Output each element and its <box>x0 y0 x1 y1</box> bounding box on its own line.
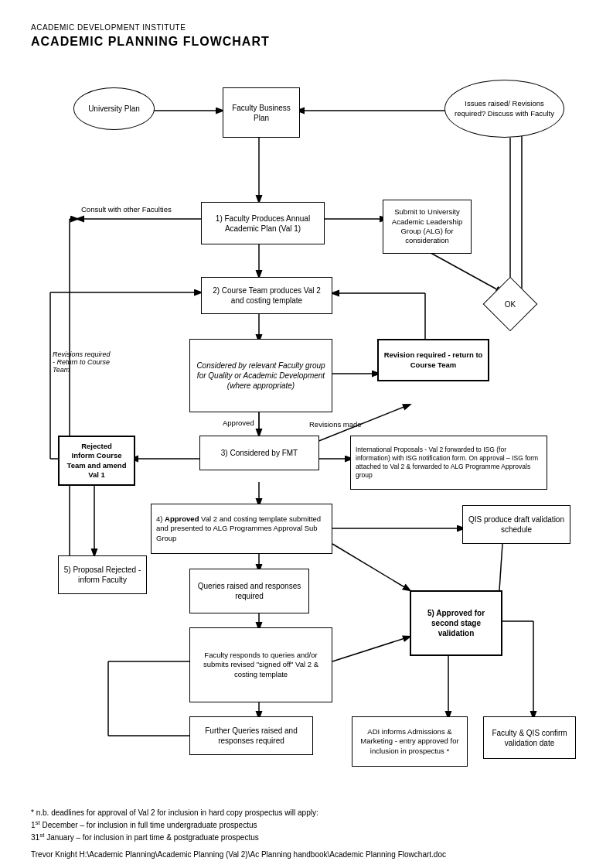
queries-raised: Queries raised and responses required <box>189 569 309 613</box>
revisions-return-label: Revisions required - Return to Course Te… <box>53 350 114 374</box>
svg-line-28 <box>332 544 410 590</box>
approved-label: Approved <box>223 419 254 427</box>
faculty-business-plan: Faculty Business Plan <box>223 87 300 138</box>
university-plan: University Plan <box>73 87 155 130</box>
org-name: ACADEMIC DEVELOPMENT INSTITUTE <box>31 23 582 32</box>
svg-line-30 <box>332 637 410 661</box>
revision-required: Revision required - return to Course Tea… <box>377 339 489 381</box>
faculty-responds: Faculty responds to queries and/or submi… <box>189 627 332 702</box>
page-title: ACADEMIC PLANNING FLOWCHART <box>31 35 582 49</box>
approved-second: 5) Approved for second stage validation <box>410 590 502 656</box>
faculty-produces: 1) Faculty Produces Annual Academic Plan… <box>201 202 325 244</box>
ok-diamond: OK <box>491 285 530 323</box>
considered-fmt: 3) Considered by FMT <box>199 436 319 470</box>
footer-path: Trevor Knight H:\Academic Planning\Acade… <box>31 850 582 859</box>
faculty-qis: Faculty & QIS confirm validation date <box>483 716 576 759</box>
issues-raised: Issues raised/ Revisions required? Discu… <box>444 80 564 138</box>
international-proposals: International Proposals - Val 2 forwarde… <box>350 436 547 490</box>
further-queries: Further Queries raised and responses req… <box>189 716 313 755</box>
revisions-made-label: Revisions made <box>309 420 362 429</box>
considered-faculty: Considered by relevant Faculty group for… <box>189 339 332 412</box>
proposal-rejected: 5) Proposal Rejected - inform Faculty <box>58 555 147 594</box>
course-team: 2) Course Team produces Val 2 and costin… <box>201 277 332 314</box>
submit-university: Submit to University Academic Leadership… <box>383 200 472 254</box>
approved-val2-text: 4) Approved Val 2 and costing template s… <box>156 514 327 543</box>
adi-informs: ADI informs Admissions & Marketing - ent… <box>352 716 468 767</box>
approved-val2: 4) Approved Val 2 and costing template s… <box>151 504 332 554</box>
consult-label: Consult with other Faculties <box>81 205 172 214</box>
qis-produce: QIS produce draft validation schedule <box>462 505 570 544</box>
flowchart-container: University Plan Faculty Business Plan Is… <box>31 64 582 791</box>
rejected-box: Rejected Inform Course Team and amend Va… <box>58 436 135 486</box>
footer-notes: * n.b. deadlines for approval of Val 2 f… <box>31 807 582 844</box>
